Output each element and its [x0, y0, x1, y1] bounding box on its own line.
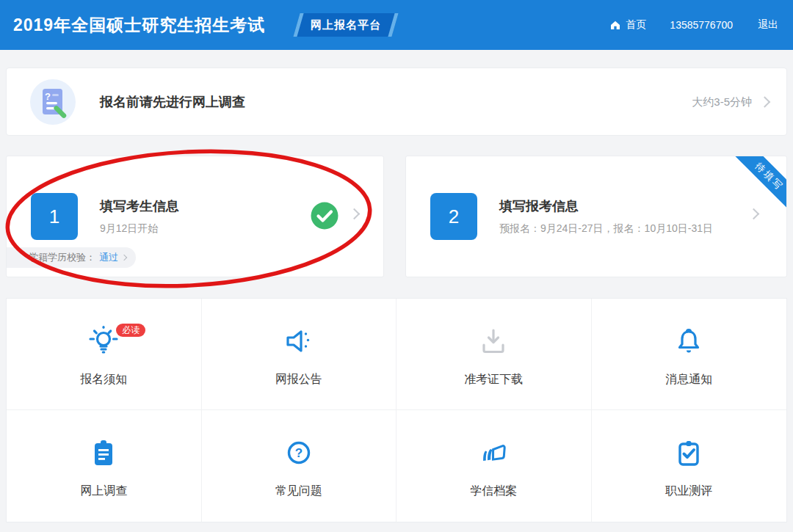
header-bar: 2019年全国硕士研究生招生考试 网上报名平台 首页 13585776700 退… — [0, 0, 793, 50]
grid-item-notifications[interactable]: 消息通知 — [592, 299, 787, 410]
platform-badge: 网上报名平台 — [293, 13, 398, 37]
grid-item-label: 网报公告 — [202, 372, 396, 387]
grid-item-career-assessment[interactable]: 职业测评 — [592, 410, 787, 522]
logout-link[interactable]: 退出 — [758, 18, 778, 32]
step-card-application-info[interactable]: 2 填写报考信息 预报名：9月24日-27日，报名：10月10日-31日 待填写 — [405, 156, 787, 277]
survey-banner[interactable]: ? 报名前请先进行网上调查 大约3-5分钟 — [6, 68, 787, 136]
clipboard-icon — [86, 435, 121, 470]
speaker-icon — [281, 324, 316, 359]
download-icon — [476, 324, 511, 359]
home-link-label: 首页 — [626, 18, 646, 32]
verification-status-label: 学籍学历校验： — [29, 247, 95, 268]
xueji-verification-status[interactable]: 学籍学历校验： 通过 — [7, 247, 136, 268]
grid-item-faq[interactable]: ? 常见问题 — [202, 410, 397, 522]
svg-text:?: ? — [295, 446, 303, 460]
home-icon — [609, 19, 621, 31]
question-icon: ? — [281, 435, 316, 470]
account-phone: 13585776700 — [670, 19, 733, 31]
step-number-badge: 1 — [31, 193, 78, 240]
grid-item-label: 职业测评 — [592, 484, 787, 499]
step-subtitle: 9月12日开始 — [100, 222, 158, 236]
step-subtitle: 预报名：9月24日-27日，报名：10月10日-31日 — [499, 222, 713, 236]
grid-item-label: 网上调查 — [7, 484, 201, 499]
home-link[interactable]: 首页 — [609, 18, 646, 32]
grid-item-label: 消息通知 — [592, 372, 787, 387]
chevron-right-icon[interactable] — [759, 96, 771, 108]
survey-banner-title: 报名前请先进行网上调查 — [100, 93, 245, 111]
verification-status-value[interactable]: 通过 — [99, 247, 118, 268]
chevron-right-icon — [121, 255, 127, 260]
documents-icon — [476, 435, 511, 470]
registration-home-page: 2019年全国硕士研究生招生考试 网上报名平台 首页 13585776700 退… — [0, 0, 793, 532]
required-badge: 必读 — [116, 324, 145, 337]
completed-check-icon — [311, 202, 338, 233]
step-title: 填写报考信息 — [499, 197, 579, 215]
chevron-right-icon[interactable] — [349, 208, 361, 220]
survey-duration-label: 大约3-5分钟 — [692, 95, 752, 109]
feature-grid: 必读 报名须知 网报公告 准考证下载 — [6, 298, 787, 522]
grid-item-announcements[interactable]: 网报公告 — [202, 299, 397, 410]
grid-item-label: 学信档案 — [396, 484, 591, 499]
grid-item-label: 常见问题 — [202, 484, 396, 499]
grid-item-notice[interactable]: 必读 报名须知 — [7, 299, 202, 410]
chevron-right-icon[interactable] — [748, 208, 760, 220]
clipboard-check-icon — [671, 435, 706, 470]
grid-item-label: 准考证下载 — [396, 372, 591, 387]
grid-item-chsi-archive[interactable]: 学信档案 — [396, 410, 592, 522]
grid-item-online-survey[interactable]: 网上调查 — [7, 410, 202, 522]
grid-item-admission-ticket-download[interactable]: 准考证下载 — [396, 299, 592, 410]
step-card-candidate-info[interactable]: 1 填写考生信息 9月12日开始 学籍学历校验： 通过 — [6, 156, 384, 277]
platform-badge-label: 网上报名平台 — [311, 13, 381, 37]
header-nav: 首页 13585776700 退出 — [609, 0, 778, 50]
step-number-badge: 2 — [430, 193, 477, 240]
page-title: 2019年全国硕士研究生招生考试 — [13, 0, 265, 50]
svg-text:?: ? — [45, 91, 51, 102]
survey-duration: 大约3-5分钟 — [692, 95, 769, 109]
corner-ribbon: 待填写 — [706, 156, 786, 237]
bell-icon — [671, 324, 706, 359]
survey-doc-icon: ? — [30, 79, 76, 128]
step-title: 填写考生信息 — [100, 197, 179, 215]
grid-item-label: 报名须知 — [7, 372, 201, 387]
